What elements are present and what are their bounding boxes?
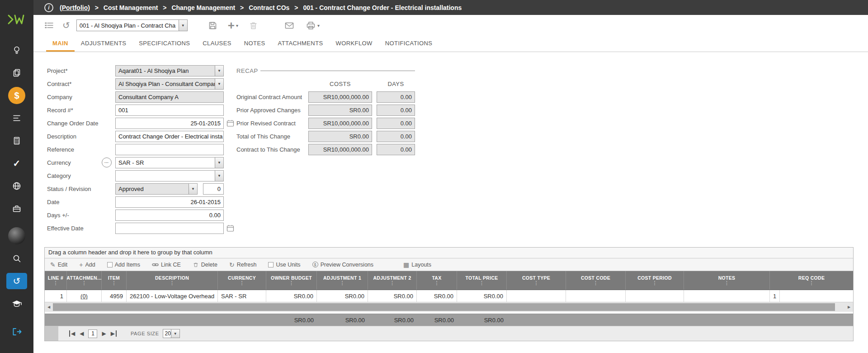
column-menu-icon[interactable]: ⋮: [340, 281, 345, 286]
column-header-currency[interactable]: CURRENCY⋮: [218, 271, 266, 290]
tab-adjustments[interactable]: ADJUSTMENTS: [75, 36, 132, 52]
column-header-line[interactable]: LINE #⋮: [45, 271, 67, 290]
print-button[interactable]: ▾: [306, 20, 320, 31]
layouts-button[interactable]: ▦ Layouts: [403, 262, 431, 268]
calendar-icon[interactable]: [226, 119, 234, 129]
dropdown-arrow-icon[interactable]: ▼: [171, 329, 179, 338]
status-select[interactable]: Approved ▼: [115, 183, 198, 195]
preview-conversions-button[interactable]: $ Preview Conversions: [312, 262, 373, 268]
dropdown-arrow-icon[interactable]: ▼: [215, 171, 223, 181]
column-menu-icon[interactable]: ⋮: [724, 281, 729, 286]
description-input[interactable]: Contract Change Order - Electrical insta: [115, 131, 224, 142]
sidebar-item-reports[interactable]: [0, 107, 33, 129]
tab-specifications[interactable]: SPECIFICATIONS: [132, 36, 196, 52]
record-selector-dropdown[interactable]: 001 - Al Shoqiya Plan - Contract Cha ▼: [76, 19, 188, 31]
column-menu-icon[interactable]: ⋮: [652, 281, 657, 286]
days-input[interactable]: 0.00: [115, 210, 224, 221]
column-header-tax[interactable]: TAX⋮: [417, 271, 457, 290]
logout-button[interactable]: [0, 320, 33, 343]
scrollbar-thumb[interactable]: [53, 303, 835, 311]
next-page-button[interactable]: ▶: [102, 330, 106, 337]
project-select[interactable]: Aqarat01 - Al Shoqiya Plan ▼: [115, 65, 224, 76]
previous-page-button[interactable]: ◀: [80, 330, 84, 337]
column-header-notes[interactable]: NOTES⋮: [684, 271, 770, 290]
breadcrumb-portfolio-link[interactable]: (Portfolio): [60, 4, 90, 11]
change-order-date-input[interactable]: 25-01-2015: [115, 118, 224, 129]
sidebar-item-history-active[interactable]: ↺: [0, 270, 33, 292]
sidebar-item-learning[interactable]: [0, 292, 33, 315]
column-menu-icon[interactable]: ⋮: [112, 281, 117, 286]
sidebar-item-documents[interactable]: [0, 62, 33, 84]
email-button[interactable]: [284, 20, 295, 30]
checkbox-icon[interactable]: [268, 262, 274, 267]
attachments-count-link[interactable]: (0): [80, 293, 88, 300]
page-size-select[interactable]: 20 ▼: [163, 329, 180, 338]
first-page-button[interactable]: ◀: [69, 330, 75, 337]
column-menu-icon[interactable]: ⋮: [289, 281, 294, 286]
column-header-owner-budget[interactable]: OWNER BUDGET⋮: [266, 271, 317, 290]
delete-button[interactable]: Delete: [193, 262, 217, 268]
column-menu-icon[interactable]: ⋮: [82, 281, 87, 286]
tab-notifications[interactable]: NOTIFICATIONS: [379, 36, 439, 52]
link-ce-button[interactable]: Link CE: [152, 262, 181, 268]
sidebar-item-calculator[interactable]: [0, 129, 33, 152]
column-menu-icon[interactable]: ⋮: [479, 281, 484, 286]
column-header-adjustment-2[interactable]: ADJUSTMENT 2⋮: [368, 271, 417, 290]
last-page-button[interactable]: ▶: [111, 330, 117, 337]
edit-button[interactable]: ✎ Edit: [50, 262, 67, 268]
column-header-cost-code[interactable]: COST CODE⋮: [566, 271, 626, 290]
contract-select[interactable]: Al Shoqiya Plan - Consultant Company A ▼: [115, 78, 224, 90]
column-header-attachments[interactable]: ATTACHMEN...⋮: [67, 271, 102, 290]
use-units-checkbox[interactable]: Use Units: [268, 262, 300, 268]
record-no-input[interactable]: 001: [115, 105, 224, 116]
refresh-button[interactable]: ↻ Refresh: [229, 262, 257, 268]
effective-date-input[interactable]: [115, 223, 224, 234]
add-button[interactable]: + Add: [79, 262, 95, 268]
dropdown-arrow-icon[interactable]: ▼: [215, 79, 223, 89]
user-avatar[interactable]: [0, 224, 33, 247]
add-record-button[interactable]: + ▾: [228, 20, 238, 30]
group-by-panel[interactable]: Drag a column header and drop it here to…: [45, 248, 853, 258]
category-select[interactable]: ▼: [115, 170, 224, 181]
column-header-total-price[interactable]: TOTAL PRICE⋮: [457, 271, 507, 290]
sidebar-item-cost-management-active[interactable]: $: [0, 84, 33, 107]
column-header-req-code[interactable]: REQ CODE⋮: [770, 271, 853, 290]
column-menu-icon[interactable]: ⋮: [170, 281, 175, 286]
record-list-button[interactable]: [43, 20, 54, 30]
sidebar-item-ideas[interactable]: [0, 39, 33, 62]
column-header-description[interactable]: DESCRIPTION⋮: [127, 271, 218, 290]
dropdown-arrow-icon[interactable]: ▼: [215, 66, 223, 76]
save-button[interactable]: [208, 20, 218, 31]
currency-select[interactable]: SAR - SR ▼: [115, 157, 224, 168]
tab-main[interactable]: MAIN: [46, 36, 75, 52]
sidebar-item-search[interactable]: [0, 247, 33, 270]
scroll-left-button[interactable]: ◀: [45, 302, 53, 312]
sidebar-item-portal[interactable]: [0, 175, 33, 197]
record-history-button[interactable]: ↺: [62, 21, 70, 30]
date-input[interactable]: 26-01-2015: [115, 196, 224, 208]
grid-data-row[interactable]: 1 (0) 4959 262100 - Low-Voltage Overhead…: [45, 290, 853, 302]
column-menu-icon[interactable]: ⋮: [534, 281, 539, 286]
column-menu-icon[interactable]: ⋮: [434, 281, 439, 286]
column-menu-icon[interactable]: ⋮: [809, 281, 814, 286]
dropdown-arrow-icon[interactable]: ▼: [179, 20, 187, 31]
calendar-icon[interactable]: [226, 224, 234, 234]
info-icon[interactable]: i: [44, 3, 53, 12]
column-header-item[interactable]: ITEM⋮: [102, 271, 127, 290]
column-menu-icon[interactable]: ⋮: [240, 281, 245, 286]
checkbox-icon[interactable]: [107, 262, 113, 267]
tab-notes[interactable]: NOTES: [238, 36, 272, 52]
dropdown-arrow-icon[interactable]: ▼: [189, 184, 197, 194]
delete-record-button[interactable]: [248, 20, 259, 31]
sidebar-item-tasks[interactable]: ✓: [0, 152, 33, 175]
column-header-cost-type[interactable]: COST TYPE⋮: [507, 271, 566, 290]
add-caret-icon[interactable]: ▾: [236, 23, 238, 28]
currency-options-icon[interactable]: •••: [102, 157, 112, 167]
column-menu-icon[interactable]: ⋮: [390, 281, 395, 286]
column-menu-icon[interactable]: ⋮: [593, 281, 598, 286]
print-caret-icon[interactable]: ▾: [317, 23, 320, 28]
add-items-checkbox[interactable]: Add Items: [107, 262, 140, 268]
dropdown-arrow-icon[interactable]: ▼: [215, 157, 223, 168]
sidebar-item-projects[interactable]: [0, 197, 33, 220]
tab-clauses[interactable]: CLAUSES: [196, 36, 238, 52]
